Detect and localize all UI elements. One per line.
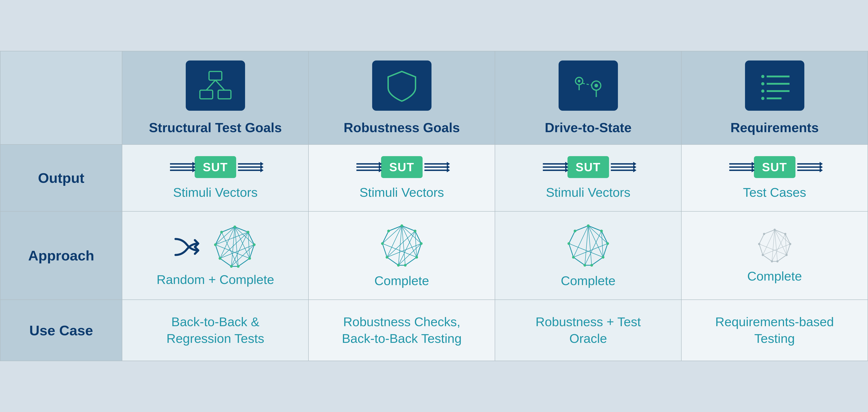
svg-point-99 bbox=[776, 260, 779, 263]
arrow-11 bbox=[729, 167, 752, 168]
header-label-robustness: Robustness Goals bbox=[316, 120, 488, 135]
out-arrow-9 bbox=[611, 170, 634, 171]
usecase-cell-4: Requirements-basedTesting bbox=[681, 300, 868, 361]
main-table: Structural Test Goals Robustness Goals bbox=[0, 51, 868, 361]
header-cell-robustness: Robustness Goals bbox=[309, 51, 495, 145]
sut-arrows-left-3 bbox=[543, 163, 566, 171]
svg-point-77 bbox=[600, 230, 603, 232]
svg-line-67 bbox=[588, 226, 608, 243]
svg-line-91 bbox=[785, 234, 786, 255]
approach-text-4: Complete bbox=[688, 269, 861, 284]
approach-cell-3: Complete bbox=[495, 211, 681, 300]
out-arrow-4 bbox=[425, 163, 447, 165]
approach-cell-1: Random + Complete bbox=[122, 211, 309, 300]
svg-line-51 bbox=[415, 231, 417, 257]
svg-point-61 bbox=[404, 264, 407, 267]
out-arrow-6 bbox=[425, 170, 447, 171]
arrow-9 bbox=[543, 170, 566, 171]
approach-icon-3 bbox=[502, 223, 674, 269]
approach-text-2: Complete bbox=[316, 273, 488, 288]
sut-arrows-right-4 bbox=[797, 163, 820, 171]
arrow-10 bbox=[729, 163, 752, 165]
sut-arrows-left-4 bbox=[729, 163, 752, 171]
header-label-requirements: Requirements bbox=[688, 120, 861, 135]
svg-point-40 bbox=[230, 265, 233, 268]
svg-point-14 bbox=[761, 82, 765, 85]
approach-row: Approach bbox=[0, 211, 868, 300]
sut-box-1: SUT bbox=[195, 156, 236, 178]
approach-cell-4: Complete bbox=[681, 211, 868, 300]
requirements-icon bbox=[756, 67, 793, 104]
sut-box-4: SUT bbox=[754, 156, 796, 178]
svg-point-41 bbox=[219, 257, 221, 260]
output-cell-4: SUT Test Cases bbox=[681, 145, 868, 211]
svg-point-95 bbox=[774, 229, 776, 231]
network-polygon-icon-1 bbox=[212, 224, 258, 270]
svg-point-60 bbox=[415, 256, 418, 259]
svg-point-6 bbox=[578, 80, 581, 82]
svg-line-75 bbox=[569, 243, 603, 257]
svg-line-86 bbox=[775, 230, 790, 244]
svg-point-37 bbox=[253, 243, 255, 246]
arrow-8 bbox=[543, 167, 566, 168]
network-polygon-icon-3 bbox=[565, 223, 611, 269]
usecase-cell-3: Robustness + TestOracle bbox=[495, 300, 681, 361]
arrow-4 bbox=[356, 163, 379, 165]
arrow-5 bbox=[356, 167, 379, 168]
svg-point-64 bbox=[381, 242, 384, 245]
network-polygon-icon-2 bbox=[379, 223, 425, 269]
svg-point-84 bbox=[574, 230, 577, 232]
sut-arrows-left-2 bbox=[356, 163, 379, 171]
arrow-1 bbox=[170, 163, 193, 165]
header-label-structural: Structural Test Goals bbox=[129, 120, 302, 135]
sut-diagram-3: SUT bbox=[543, 156, 634, 178]
svg-line-4 bbox=[215, 80, 224, 90]
svg-point-96 bbox=[784, 233, 786, 235]
svg-point-9 bbox=[594, 84, 598, 87]
sut-diagram-1: SUT bbox=[170, 156, 261, 178]
usecase-cell-2: Robustness Checks,Back-to-Back Testing bbox=[309, 300, 495, 361]
out-arrow-8 bbox=[611, 167, 634, 168]
out-arrow-7 bbox=[611, 163, 634, 165]
svg-point-65 bbox=[387, 230, 390, 232]
svg-point-78 bbox=[606, 242, 609, 245]
sut-box-2: SUT bbox=[381, 156, 423, 178]
requirements-icon-box bbox=[745, 60, 804, 111]
svg-line-94 bbox=[759, 244, 786, 255]
output-text-2: Stimuli Vectors bbox=[316, 185, 488, 200]
usecase-text-2: Robustness Checks,Back-to-Back Testing bbox=[342, 315, 462, 346]
approach-icon-4 bbox=[688, 228, 861, 264]
svg-point-102 bbox=[758, 243, 760, 245]
svg-point-100 bbox=[771, 260, 773, 263]
usecase-row-label: Use Case bbox=[29, 323, 93, 338]
header-cell-drivetostate: Drive-to-State bbox=[495, 51, 681, 145]
robustness-icon-box bbox=[372, 60, 432, 111]
svg-point-16 bbox=[761, 89, 765, 93]
svg-point-18 bbox=[761, 97, 765, 100]
approach-icons-1 bbox=[129, 224, 302, 270]
approach-text-1: Random + Complete bbox=[129, 272, 302, 287]
output-cell-1: SUT Stimuli Vectors bbox=[122, 145, 309, 211]
svg-line-72 bbox=[601, 231, 603, 257]
out-arrow-1 bbox=[238, 163, 261, 165]
svg-point-35 bbox=[234, 226, 236, 228]
svg-point-79 bbox=[602, 256, 604, 259]
sut-arrows-right-3 bbox=[611, 163, 634, 171]
svg-point-36 bbox=[247, 231, 249, 234]
structural-icon-box bbox=[186, 60, 245, 111]
output-cell-2: SUT Stimuli Vectors bbox=[309, 145, 495, 211]
svg-point-62 bbox=[397, 264, 400, 267]
structural-icon bbox=[197, 67, 234, 104]
svg-line-27 bbox=[248, 232, 250, 258]
out-arrow-3 bbox=[238, 170, 261, 171]
sut-diagram-2: SUT bbox=[356, 156, 447, 178]
output-cell-3: SUT Stimuli Vectors bbox=[495, 145, 681, 211]
drivetostate-icon bbox=[570, 67, 607, 104]
svg-line-26 bbox=[215, 227, 235, 245]
header-cell-structural: Structural Test Goals bbox=[122, 51, 309, 145]
approach-row-label: Approach bbox=[28, 248, 94, 263]
output-text-4: Test Cases bbox=[688, 185, 861, 200]
sut-arrows-right-1 bbox=[238, 163, 261, 171]
svg-point-101 bbox=[762, 254, 764, 256]
svg-point-80 bbox=[590, 264, 593, 267]
